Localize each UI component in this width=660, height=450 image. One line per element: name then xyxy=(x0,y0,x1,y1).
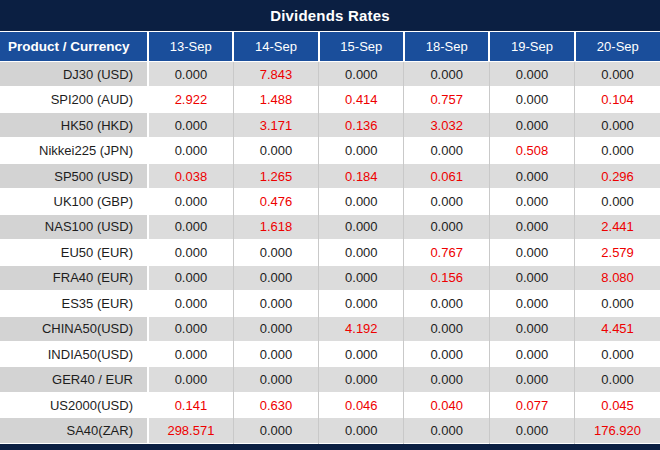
rate-value: 0.000 xyxy=(148,265,233,290)
rate-value: 0.000 xyxy=(489,87,574,112)
rate-value: 0.000 xyxy=(404,291,489,316)
rate-value: 0.000 xyxy=(148,316,233,341)
rate-value: 0.000 xyxy=(404,316,489,341)
date-header-19-sep: 19-Sep xyxy=(489,32,574,62)
rate-value: 0.000 xyxy=(489,341,574,366)
table-row: FRA40 (EUR)0.0000.0000.0000.1560.0008.08… xyxy=(0,265,660,290)
table-row: CHINA50(USD)0.0000.0004.1920.0000.0004.4… xyxy=(0,316,660,341)
product-label: UK100 (GBP) xyxy=(0,189,148,214)
rate-value: 0.000 xyxy=(404,138,489,163)
rate-value: 0.000 xyxy=(148,240,233,265)
footer-bar xyxy=(0,444,660,450)
rate-value: 176.920 xyxy=(575,418,660,444)
table-row: SP500 (USD)0.0381.2650.1840.0610.0000.29… xyxy=(0,163,660,188)
rate-value: 4.451 xyxy=(575,316,660,341)
rate-value: 0.045 xyxy=(575,392,660,417)
table-row: EU50 (EUR)0.0000.0000.0000.7670.0002.579 xyxy=(0,240,660,265)
rate-value: 0.000 xyxy=(489,189,574,214)
table-row: US2000(USD)0.1410.6300.0460.0400.0770.04… xyxy=(0,392,660,417)
rate-value: 0.141 xyxy=(148,392,233,417)
rate-value: 0.000 xyxy=(489,367,574,392)
rate-value: 1.265 xyxy=(233,163,318,188)
rate-value: 1.618 xyxy=(233,214,318,239)
rate-value: 0.000 xyxy=(575,367,660,392)
product-label: HK50 (HKD) xyxy=(0,112,148,137)
product-label: FRA40 (EUR) xyxy=(0,265,148,290)
rate-value: 0.000 xyxy=(319,291,404,316)
rate-value: 0.000 xyxy=(319,240,404,265)
rate-value: 0.038 xyxy=(148,163,233,188)
rate-value: 0.077 xyxy=(489,392,574,417)
product-label: DJ30 (USD) xyxy=(0,62,148,87)
rate-value: 0.000 xyxy=(489,418,574,444)
rate-value: 0.000 xyxy=(148,214,233,239)
rate-value: 0.000 xyxy=(148,62,233,87)
rate-value: 0.000 xyxy=(575,112,660,137)
table-row: DJ30 (USD)0.0007.8430.0000.0000.0000.000 xyxy=(0,62,660,87)
rate-value: 0.000 xyxy=(575,62,660,87)
rate-value: 2.441 xyxy=(575,214,660,239)
rate-value: 0.476 xyxy=(233,189,318,214)
product-label: EU50 (EUR) xyxy=(0,240,148,265)
table-body: DJ30 (USD)0.0007.8430.0000.0000.0000.000… xyxy=(0,62,660,444)
table-row: Nikkei225 (JPN)0.0000.0000.0000.0000.508… xyxy=(0,138,660,163)
rate-value: 0.000 xyxy=(233,291,318,316)
product-label: SP500 (USD) xyxy=(0,163,148,188)
table-row: INDIA50(USD)0.0000.0000.0000.0000.0000.0… xyxy=(0,341,660,366)
table-wrap: Product / Currency 13-Sep 14-Sep 15-Sep … xyxy=(0,31,660,444)
rate-value: 0.040 xyxy=(404,392,489,417)
date-header-18-sep: 18-Sep xyxy=(404,32,489,62)
product-label: INDIA50(USD) xyxy=(0,341,148,366)
product-currency-header: Product / Currency xyxy=(0,32,148,62)
rate-value: 0.000 xyxy=(319,367,404,392)
rate-value: 0.414 xyxy=(319,87,404,112)
rate-value: 0.000 xyxy=(233,418,318,444)
rate-value: 0.000 xyxy=(575,189,660,214)
page-title: Dividends Rates xyxy=(270,7,390,24)
rate-value: 0.104 xyxy=(575,87,660,112)
product-label: NAS100 (USD) xyxy=(0,214,148,239)
dividends-rates-panel: Dividends Rates Product / Currency 13-Se… xyxy=(0,0,660,450)
rate-value: 0.000 xyxy=(489,112,574,137)
rate-value: 0.000 xyxy=(404,367,489,392)
rate-value: 0.000 xyxy=(233,316,318,341)
rate-value: 298.571 xyxy=(148,418,233,444)
rate-value: 0.000 xyxy=(489,291,574,316)
rate-value: 0.000 xyxy=(404,62,489,87)
rate-value: 0.000 xyxy=(404,341,489,366)
rate-value: 0.000 xyxy=(404,189,489,214)
table-row: HK50 (HKD)0.0003.1710.1363.0320.0000.000 xyxy=(0,112,660,137)
rate-value: 0.046 xyxy=(319,392,404,417)
rate-value: 7.843 xyxy=(233,62,318,87)
rate-value: 0.000 xyxy=(233,341,318,366)
rate-value: 3.032 xyxy=(404,112,489,137)
rate-value: 0.000 xyxy=(404,214,489,239)
table-row: SA40(ZAR)298.5710.0000.0000.0000.000176.… xyxy=(0,418,660,444)
product-label: SPI200 (AUD) xyxy=(0,87,148,112)
product-label: US2000(USD) xyxy=(0,392,148,417)
rate-value: 0.767 xyxy=(404,240,489,265)
product-label: CHINA50(USD) xyxy=(0,316,148,341)
date-header-14-sep: 14-Sep xyxy=(233,32,318,62)
title-bar: Dividends Rates xyxy=(0,0,660,31)
rate-value: 2.579 xyxy=(575,240,660,265)
date-header-15-sep: 15-Sep xyxy=(319,32,404,62)
rate-value: 0.156 xyxy=(404,265,489,290)
rate-value: 0.000 xyxy=(489,62,574,87)
rate-value: 0.508 xyxy=(489,138,574,163)
rate-value: 0.757 xyxy=(404,87,489,112)
rate-value: 0.000 xyxy=(575,341,660,366)
rate-value: 0.136 xyxy=(319,112,404,137)
date-header-20-sep: 20-Sep xyxy=(575,32,660,62)
rate-value: 0.000 xyxy=(319,138,404,163)
rate-value: 0.000 xyxy=(319,341,404,366)
rate-value: 0.000 xyxy=(489,214,574,239)
rate-value: 0.000 xyxy=(489,265,574,290)
product-label: Nikkei225 (JPN) xyxy=(0,138,148,163)
rate-value: 0.184 xyxy=(319,163,404,188)
rate-value: 0.000 xyxy=(319,418,404,444)
rate-value: 0.296 xyxy=(575,163,660,188)
rate-value: 0.000 xyxy=(575,291,660,316)
date-header-13-sep: 13-Sep xyxy=(148,32,233,62)
rate-value: 0.000 xyxy=(319,62,404,87)
